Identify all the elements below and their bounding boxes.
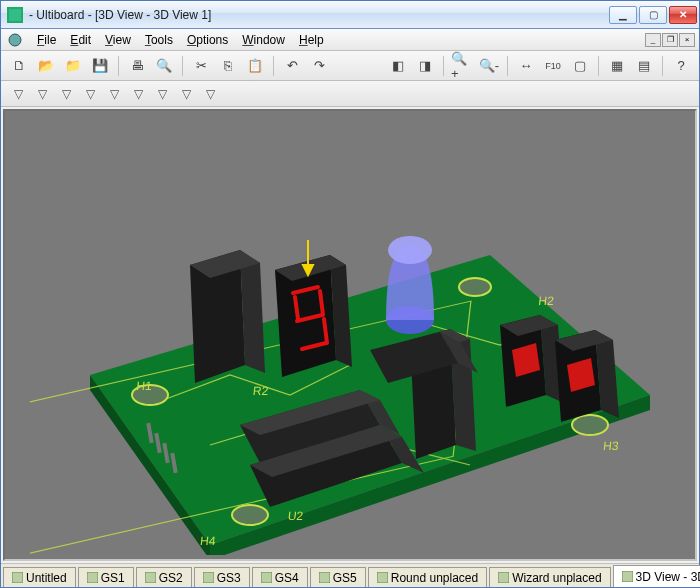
menubar: Filedocument.currentScript.previousEleme…: [1, 29, 699, 51]
svg-point-9: [572, 415, 608, 435]
svg-rect-53: [203, 572, 214, 583]
tab-icon: [145, 572, 156, 583]
menu-options[interactable]: Options: [181, 31, 234, 49]
f10-button[interactable]: F10: [541, 54, 565, 78]
tab-label: 3D View - 3D View 1: [636, 570, 700, 584]
cut-button[interactable]: ✂: [189, 54, 213, 78]
ref-r2: R2: [252, 384, 269, 398]
ref-h1: H1: [136, 379, 153, 393]
panel-left-button[interactable]: ◧: [386, 54, 410, 78]
menu-view[interactable]: View: [99, 31, 137, 49]
view-mode-6-button[interactable]: ▽: [127, 83, 149, 105]
svg-rect-51: [87, 572, 98, 583]
save-button[interactable]: 💾: [88, 54, 112, 78]
menu-file[interactable]: Filedocument.currentScript.previousEleme…: [31, 31, 62, 49]
ref-h2: H2: [538, 294, 555, 308]
paste-button[interactable]: 📋: [243, 54, 267, 78]
svg-rect-54: [261, 572, 272, 583]
zoom-area-button[interactable]: ▢: [568, 54, 592, 78]
view-mode-7-button[interactable]: ▽: [151, 83, 173, 105]
open-button[interactable]: 📂: [34, 54, 58, 78]
app-window: - Ultiboard - [3D View - 3D View 1] File…: [0, 0, 700, 588]
svg-point-8: [459, 278, 491, 296]
tab-gs3[interactable]: GS3: [194, 567, 250, 587]
separator: [118, 56, 119, 76]
tab-gs2[interactable]: GS2: [136, 567, 192, 587]
tab-wizard-unplaced[interactable]: Wizard unplaced: [489, 567, 610, 587]
view-mode-5-button[interactable]: ▽: [103, 83, 125, 105]
tab-untitled[interactable]: Untitled: [3, 567, 76, 587]
close-button[interactable]: [669, 6, 697, 24]
main-toolbar: 🗋 📂 📁 💾 🖶 🔍 ✂ ⎘ 📋 ↶ ↷ ◧ ◨ 🔍+ 🔍- ↔ F10 ▢ …: [1, 51, 699, 81]
menu-help[interactable]: Help: [293, 31, 330, 49]
svg-point-2: [9, 34, 21, 46]
zoom-in-button[interactable]: 🔍+: [450, 54, 474, 78]
svg-rect-58: [622, 571, 633, 582]
view-mode-1-button[interactable]: ▽: [7, 83, 29, 105]
maximize-button[interactable]: [639, 6, 667, 24]
view-toolbar: ▽ ▽ ▽ ▽ ▽ ▽ ▽ ▽ ▽: [1, 81, 699, 107]
3d-viewport[interactable]: H1 H2 H3 H4 U2 R2 R4: [3, 109, 697, 561]
document-tabs: UntitledGS1GS2GS3GS4GS5Round unplacedWiz…: [1, 563, 699, 587]
tab-label: Wizard unplaced: [512, 571, 601, 585]
tab-icon: [622, 571, 633, 582]
view-mode-2-button[interactable]: ▽: [31, 83, 53, 105]
ref-u2: U2: [287, 509, 304, 523]
tab-label: GS1: [101, 571, 125, 585]
view-mode-8-button[interactable]: ▽: [175, 83, 197, 105]
view-mode-4-button[interactable]: ▽: [79, 83, 101, 105]
mdi-icon: [7, 32, 23, 48]
tab-gs5[interactable]: GS5: [310, 567, 366, 587]
svg-rect-52: [145, 572, 156, 583]
fit-button[interactable]: ↔: [514, 54, 538, 78]
view-mode-3-button[interactable]: ▽: [55, 83, 77, 105]
svg-rect-50: [12, 572, 23, 583]
sheet-button[interactable]: ▦: [605, 54, 629, 78]
menu-edit[interactable]: Edit: [64, 31, 97, 49]
svg-rect-57: [498, 572, 509, 583]
svg-rect-56: [377, 572, 388, 583]
svg-point-26: [388, 236, 432, 264]
tab-icon: [261, 572, 272, 583]
pcb-3d-render: H1 H2 H3 H4 U2 R2 R4: [30, 115, 670, 555]
tab-icon: [498, 572, 509, 583]
tab-label: GS2: [159, 571, 183, 585]
copy-button[interactable]: ⎘: [216, 54, 240, 78]
mdi-close-button[interactable]: ×: [679, 33, 695, 47]
mdi-minimize-button[interactable]: _: [645, 33, 661, 47]
undo-button[interactable]: ↶: [280, 54, 304, 78]
tab-icon: [12, 572, 23, 583]
minimize-button[interactable]: [609, 6, 637, 24]
menu-window[interactable]: Window: [236, 31, 291, 49]
panel-right-button[interactable]: ◨: [413, 54, 437, 78]
print-button[interactable]: 🖶: [125, 54, 149, 78]
tab-label: GS4: [275, 571, 299, 585]
separator: [507, 56, 508, 76]
app-icon: [7, 7, 23, 23]
tab-gs4[interactable]: GS4: [252, 567, 308, 587]
new-button[interactable]: 🗋: [7, 54, 31, 78]
tab-round-unplaced[interactable]: Round unplaced: [368, 567, 487, 587]
tab-label: Round unplaced: [391, 571, 478, 585]
separator: [662, 56, 663, 76]
ref-h3: H3: [602, 439, 619, 453]
tab-3d-view-3d-view-1[interactable]: 3D View - 3D View 1: [613, 565, 700, 587]
view-mode-9-button[interactable]: ▽: [199, 83, 221, 105]
tab-icon: [377, 572, 388, 583]
tab-gs1[interactable]: GS1: [78, 567, 134, 587]
tab-icon: [87, 572, 98, 583]
grid-button[interactable]: ▤: [632, 54, 656, 78]
tab-label: GS3: [217, 571, 241, 585]
window-buttons: [609, 6, 697, 24]
ref-h4: H4: [199, 534, 216, 548]
preview-button[interactable]: 🔍: [152, 54, 176, 78]
mdi-restore-button[interactable]: ❐: [662, 33, 678, 47]
separator: [443, 56, 444, 76]
zoom-out-button[interactable]: 🔍-: [477, 54, 501, 78]
tab-label: Untitled: [26, 571, 67, 585]
menu-tools[interactable]: Tools: [139, 31, 179, 49]
help-button[interactable]: ?: [669, 54, 693, 78]
open-sample-button[interactable]: 📁: [61, 54, 85, 78]
redo-button[interactable]: ↷: [307, 54, 331, 78]
titlebar: - Ultiboard - [3D View - 3D View 1]: [1, 1, 699, 29]
